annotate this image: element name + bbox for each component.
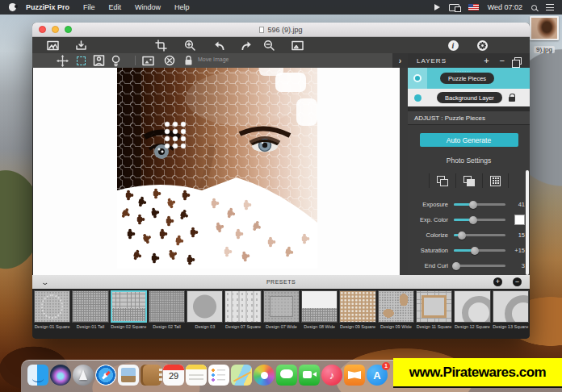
- preset-item[interactable]: Design 13 Square: [493, 290, 529, 339]
- grid-layout-icon[interactable]: [490, 176, 501, 186]
- maps-dock-icon[interactable]: [231, 365, 252, 386]
- spotlight-icon[interactable]: [531, 5, 537, 10]
- preset-item[interactable]: Design 12 Square: [454, 290, 490, 339]
- preset-thumbnail[interactable]: [454, 290, 490, 323]
- lock-tool-icon[interactable]: [182, 54, 195, 67]
- preset-thumbnail[interactable]: [149, 290, 185, 323]
- layer-lock-icon[interactable]: [509, 97, 515, 102]
- screen-share-icon[interactable]: [434, 4, 440, 10]
- remove-tool-button[interactable]: [163, 54, 176, 67]
- preset-item[interactable]: Design 07 Wide: [263, 290, 300, 339]
- preset-thumbnail[interactable]: [416, 290, 452, 323]
- auto-generate-button[interactable]: Auto Generate: [420, 133, 518, 147]
- preset-thumbnail[interactable]: [111, 290, 147, 323]
- slider-thumb[interactable]: [458, 231, 466, 240]
- fit-view-button[interactable]: [291, 39, 304, 52]
- undo-button[interactable]: [213, 39, 226, 52]
- preset-item[interactable]: Design 01 Tall: [72, 290, 108, 339]
- menu-edit[interactable]: Edit: [109, 3, 122, 11]
- layer-name-pill[interactable]: Background Layer: [437, 92, 502, 103]
- title-bar[interactable]: 596 (9).jpg: [32, 23, 530, 37]
- preview-dock-icon[interactable]: [118, 365, 139, 386]
- finder-dock-icon[interactable]: [27, 365, 48, 386]
- portrait-tool-button[interactable]: [92, 54, 105, 67]
- notes-dock-icon[interactable]: [186, 365, 207, 386]
- export-button[interactable]: [74, 39, 87, 52]
- photos-dock-icon[interactable]: [254, 365, 275, 386]
- menu-window[interactable]: Window: [135, 3, 161, 11]
- reminders-dock-icon[interactable]: [208, 365, 229, 386]
- launchpad-dock-icon[interactable]: [73, 365, 94, 386]
- piece-style-filled-icon[interactable]: [463, 176, 475, 186]
- preset-item[interactable]: Design 07 Square: [224, 290, 261, 339]
- siri-dock-icon[interactable]: [50, 365, 71, 386]
- desktop-file-thumbnail[interactable]: [530, 16, 559, 40]
- preset-item[interactable]: Design 11 Square: [416, 290, 452, 339]
- menubar-clock[interactable]: Wed 07:02: [488, 3, 522, 11]
- preset-item[interactable]: Design 09 Wide: [378, 290, 414, 339]
- itunes-dock-icon[interactable]: ♪: [321, 365, 342, 386]
- info-button[interactable]: i: [447, 39, 459, 52]
- desktop-file-label[interactable]: 9).jpg: [534, 46, 555, 53]
- canvas[interactable]: [33, 68, 400, 275]
- messages-dock-icon[interactable]: [276, 365, 297, 386]
- preset-thumbnail[interactable]: [339, 290, 375, 323]
- image-tool-button[interactable]: [141, 54, 154, 67]
- preset-thumbnail[interactable]: [493, 290, 529, 323]
- safari-dock-icon[interactable]: [95, 365, 116, 386]
- preset-item[interactable]: Design 03: [187, 290, 223, 339]
- marquee-tool-button[interactable]: [74, 54, 87, 67]
- exposure-slider[interactable]: [454, 203, 505, 206]
- piece-style-outline-icon[interactable]: [437, 176, 448, 186]
- preset-thumbnail[interactable]: [378, 290, 414, 323]
- apple-menu-icon[interactable]: [9, 3, 16, 11]
- layer-row-puzzle-pieces[interactable]: ······· Puzzle Pieces: [408, 68, 530, 89]
- preset-item[interactable]: Design 02 Tall: [149, 290, 185, 339]
- preset-item-selected[interactable]: Design 02 Square: [111, 290, 147, 339]
- menu-file[interactable]: File: [83, 3, 95, 11]
- remove-preset-button[interactable]: −: [513, 277, 522, 286]
- add-layer-button[interactable]: +: [484, 56, 489, 65]
- preset-thumbnail[interactable]: [187, 290, 223, 323]
- duplicate-layer-icon[interactable]: [514, 57, 522, 65]
- redo-button[interactable]: [239, 39, 252, 52]
- remove-layer-button[interactable]: −: [500, 56, 505, 65]
- move-tool-button[interactable]: [56, 54, 69, 67]
- saturation-slider[interactable]: [454, 249, 505, 252]
- preset-thumbnail[interactable]: [224, 290, 261, 323]
- preset-thumbnail[interactable]: [34, 290, 70, 323]
- exp-color-slider[interactable]: [454, 219, 505, 221]
- panel-scrollbar[interactable]: [526, 170, 529, 275]
- displays-icon[interactable]: [449, 4, 459, 11]
- settings-gear-button[interactable]: [476, 39, 489, 52]
- open-image-button[interactable]: [46, 39, 59, 52]
- slider-thumb[interactable]: [452, 262, 460, 270]
- crop-button[interactable]: [154, 39, 167, 52]
- preset-item[interactable]: Design 01 Square: [34, 290, 70, 339]
- books-dock-icon[interactable]: [344, 365, 365, 386]
- preset-item[interactable]: Design 09 Square: [339, 290, 375, 339]
- add-preset-button[interactable]: +: [493, 277, 502, 286]
- notification-center-icon[interactable]: [546, 4, 554, 10]
- preset-thumbnail[interactable]: [301, 290, 338, 323]
- input-source-flag-icon[interactable]: [468, 4, 479, 10]
- preset-thumbnail[interactable]: [263, 290, 300, 323]
- app-store-dock-icon[interactable]: A1: [367, 365, 388, 386]
- app-menu-title[interactable]: PuzziPix Pro: [26, 3, 69, 11]
- zoom-out-button[interactable]: [262, 39, 275, 52]
- slider-thumb[interactable]: [469, 201, 477, 209]
- slider-thumb[interactable]: [471, 247, 479, 255]
- visibility-toggle[interactable]: [408, 94, 427, 102]
- visibility-toggle[interactable]: [408, 68, 427, 89]
- colorize-slider[interactable]: [454, 234, 505, 236]
- desktop-file[interactable]: 9).jpg: [528, 16, 560, 55]
- calendar-dock-icon[interactable]: 29: [163, 365, 184, 386]
- preset-thumbnail[interactable]: [72, 290, 108, 323]
- exp-color-swatch[interactable]: [514, 215, 525, 225]
- collapse-panel-chevron[interactable]: ›: [392, 53, 408, 68]
- layer-row-background[interactable]: Background Layer: [408, 89, 530, 106]
- slider-thumb[interactable]: [469, 216, 477, 224]
- menu-help[interactable]: Help: [174, 3, 190, 11]
- lighting-tool-button[interactable]: [109, 54, 122, 67]
- layer-name-pill[interactable]: Puzzle Pieces: [440, 73, 494, 84]
